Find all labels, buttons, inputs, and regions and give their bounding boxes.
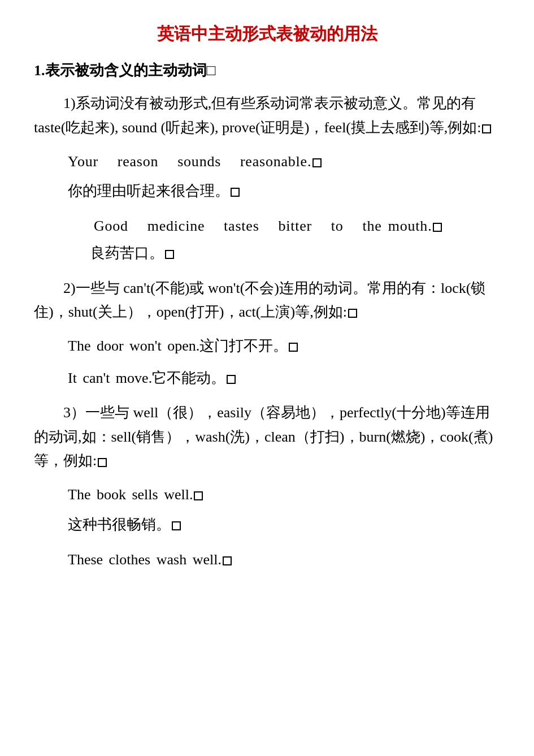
example-1-en: Your reason sounds reasonable. <box>68 149 500 174</box>
square-5 <box>165 250 174 259</box>
example-3-en: The door won't open.这门打不开。 <box>68 334 500 358</box>
square-1 <box>482 124 491 133</box>
example-5-zh: 这种书很畅销。 <box>68 512 500 537</box>
paragraph-3: 3）一些与 well（很），easily（容易地），perfectly(十分地)… <box>34 401 500 474</box>
example-5-en: The book sells well. <box>68 482 500 507</box>
example-6-en: These clothes wash well. <box>68 547 500 572</box>
paragraph-1-text: 1)系动词没有被动形式,但有些系动词常表示被动意义。常见的有 taste(吃起来… <box>34 95 491 136</box>
square-8 <box>227 375 236 384</box>
square-10 <box>194 491 203 500</box>
square-9 <box>98 458 107 467</box>
square-7 <box>289 343 298 352</box>
square-2 <box>312 158 322 167</box>
paragraph-3-text: 3）一些与 well（很），easily（容易地），perfectly(十分地)… <box>34 404 493 469</box>
page-title: 英语中主动形式表被动的用法 <box>34 23 500 46</box>
example-4-en: It can't move.它不能动。 <box>68 366 500 391</box>
section-1-header: 1.表示被动含义的主动动词□ <box>34 59 500 81</box>
paragraph-2: 2)一些与 can't(不能)或 won't(不会)连用的动词。常用的有：loc… <box>34 277 500 325</box>
square-4 <box>433 223 442 232</box>
example-1-zh: 你的理由听起来很合理。 <box>68 179 500 204</box>
example-2-zh: 良药苦口。 <box>90 241 500 266</box>
example-2-en: Good medicine tastes bitter to the mouth… <box>79 214 500 239</box>
paragraph-2-text: 2)一些与 can't(不能)或 won't(不会)连用的动词。常用的有：loc… <box>34 280 485 321</box>
square-6 <box>348 309 357 318</box>
square-11 <box>172 521 181 530</box>
paragraph-1: 1)系动词没有被动形式,但有些系动词常表示被动意义。常见的有 taste(吃起来… <box>34 92 500 140</box>
square-3 <box>231 188 240 197</box>
square-12 <box>223 556 232 565</box>
